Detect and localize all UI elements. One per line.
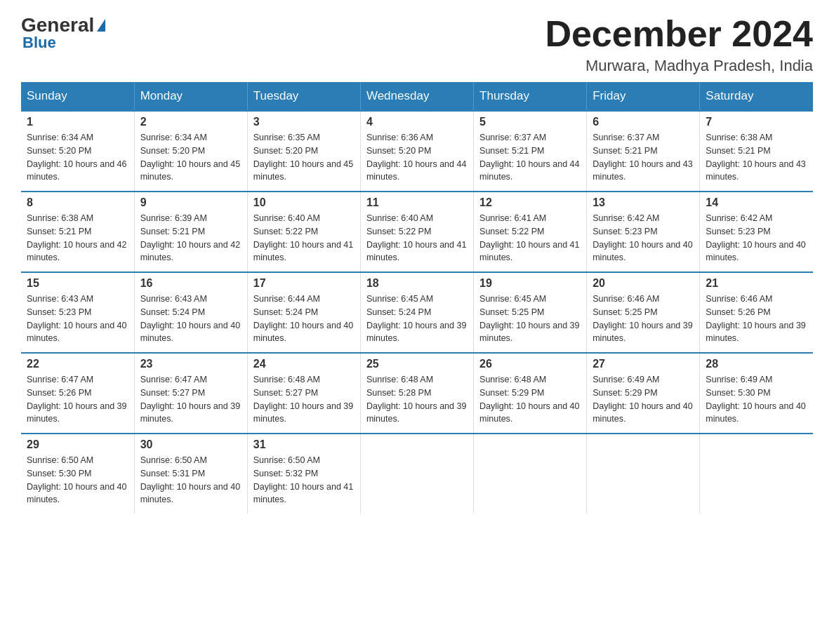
day-of-week-header: Monday	[134, 82, 247, 111]
day-number: 5	[479, 116, 581, 128]
day-info: Sunrise: 6:40 AMSunset: 5:22 PMDaylight:…	[253, 212, 355, 264]
day-info: Sunrise: 6:38 AMSunset: 5:21 PMDaylight:…	[27, 212, 128, 264]
logo-triangle-icon	[97, 19, 105, 32]
day-info: Sunrise: 6:36 AMSunset: 5:20 PMDaylight:…	[366, 131, 468, 184]
day-number: 10	[253, 196, 355, 209]
day-number: 8	[27, 196, 128, 209]
title-area: December 2024 Murwara, Madhya Pradesh, I…	[545, 14, 813, 75]
day-info: Sunrise: 6:50 AMSunset: 5:30 PMDaylight:…	[27, 454, 128, 507]
calendar-cell: 22Sunrise: 6:47 AMSunset: 5:26 PMDayligh…	[21, 353, 134, 434]
calendar-cell: 13Sunrise: 6:42 AMSunset: 5:23 PMDayligh…	[587, 192, 700, 272]
day-of-week-header: Saturday	[700, 82, 813, 111]
day-info: Sunrise: 6:49 AMSunset: 5:30 PMDaylight:…	[706, 373, 807, 426]
day-number: 24	[253, 358, 355, 370]
calendar-cell: 8Sunrise: 6:38 AMSunset: 5:21 PMDaylight…	[21, 192, 134, 272]
day-info: Sunrise: 6:47 AMSunset: 5:26 PMDaylight:…	[27, 373, 128, 426]
day-number: 4	[366, 116, 468, 128]
day-number: 11	[366, 196, 468, 209]
calendar-header: SundayMondayTuesdayWednesdayThursdayFrid…	[21, 82, 813, 111]
day-number: 16	[140, 277, 241, 290]
calendar-cell	[700, 434, 813, 514]
month-title: December 2024	[545, 14, 813, 54]
day-number: 20	[593, 277, 694, 290]
day-number: 21	[706, 277, 807, 290]
day-info: Sunrise: 6:50 AMSunset: 5:31 PMDaylight:…	[140, 454, 241, 507]
day-info: Sunrise: 6:49 AMSunset: 5:29 PMDaylight:…	[593, 373, 694, 426]
day-info: Sunrise: 6:46 AMSunset: 5:26 PMDaylight:…	[706, 293, 807, 345]
day-number: 18	[366, 277, 468, 290]
calendar-cell: 28Sunrise: 6:49 AMSunset: 5:30 PMDayligh…	[700, 353, 813, 434]
day-number: 13	[593, 196, 694, 209]
calendar-cell: 14Sunrise: 6:42 AMSunset: 5:23 PMDayligh…	[700, 192, 813, 272]
calendar-cell: 1Sunrise: 6:34 AMSunset: 5:20 PMDaylight…	[21, 111, 134, 192]
day-info: Sunrise: 6:50 AMSunset: 5:32 PMDaylight:…	[253, 454, 355, 507]
day-number: 29	[27, 438, 128, 451]
day-info: Sunrise: 6:35 AMSunset: 5:20 PMDaylight:…	[253, 131, 355, 184]
week-row: 1Sunrise: 6:34 AMSunset: 5:20 PMDaylight…	[21, 111, 813, 192]
calendar-cell: 21Sunrise: 6:46 AMSunset: 5:26 PMDayligh…	[700, 272, 813, 353]
calendar-cell: 4Sunrise: 6:36 AMSunset: 5:20 PMDaylight…	[360, 111, 473, 192]
calendar-cell: 2Sunrise: 6:34 AMSunset: 5:20 PMDaylight…	[134, 111, 247, 192]
day-info: Sunrise: 6:43 AMSunset: 5:23 PMDaylight:…	[27, 293, 128, 345]
calendar-cell: 12Sunrise: 6:41 AMSunset: 5:22 PMDayligh…	[474, 192, 587, 272]
calendar-cell: 16Sunrise: 6:43 AMSunset: 5:24 PMDayligh…	[134, 272, 247, 353]
calendar-cell: 9Sunrise: 6:39 AMSunset: 5:21 PMDaylight…	[134, 192, 247, 272]
day-number: 2	[140, 116, 241, 128]
day-info: Sunrise: 6:39 AMSunset: 5:21 PMDaylight:…	[140, 212, 241, 264]
day-info: Sunrise: 6:34 AMSunset: 5:20 PMDaylight:…	[140, 131, 241, 184]
day-number: 17	[253, 277, 355, 290]
day-number: 19	[479, 277, 581, 290]
day-info: Sunrise: 6:44 AMSunset: 5:24 PMDaylight:…	[253, 293, 355, 345]
calendar-cell: 31Sunrise: 6:50 AMSunset: 5:32 PMDayligh…	[247, 434, 360, 514]
calendar-cell: 24Sunrise: 6:48 AMSunset: 5:27 PMDayligh…	[247, 353, 360, 434]
calendar-cell: 10Sunrise: 6:40 AMSunset: 5:22 PMDayligh…	[247, 192, 360, 272]
day-number: 12	[479, 196, 581, 209]
day-number: 30	[140, 438, 241, 451]
day-info: Sunrise: 6:47 AMSunset: 5:27 PMDaylight:…	[140, 373, 241, 426]
day-number: 27	[593, 358, 694, 370]
calendar-body: 1Sunrise: 6:34 AMSunset: 5:20 PMDaylight…	[21, 111, 813, 514]
day-info: Sunrise: 6:48 AMSunset: 5:28 PMDaylight:…	[366, 373, 468, 426]
calendar-cell: 5Sunrise: 6:37 AMSunset: 5:21 PMDaylight…	[474, 111, 587, 192]
day-number: 25	[366, 358, 468, 370]
day-info: Sunrise: 6:42 AMSunset: 5:23 PMDaylight:…	[593, 212, 694, 264]
day-info: Sunrise: 6:38 AMSunset: 5:21 PMDaylight:…	[706, 131, 807, 184]
calendar-cell: 7Sunrise: 6:38 AMSunset: 5:21 PMDaylight…	[700, 111, 813, 192]
calendar-cell: 30Sunrise: 6:50 AMSunset: 5:31 PMDayligh…	[134, 434, 247, 514]
day-number: 22	[27, 358, 128, 370]
week-row: 8Sunrise: 6:38 AMSunset: 5:21 PMDaylight…	[21, 192, 813, 272]
week-row: 29Sunrise: 6:50 AMSunset: 5:30 PMDayligh…	[21, 434, 813, 514]
day-number: 7	[706, 116, 807, 128]
day-info: Sunrise: 6:48 AMSunset: 5:29 PMDaylight:…	[479, 373, 581, 426]
day-number: 23	[140, 358, 241, 370]
day-number: 14	[706, 196, 807, 209]
calendar-cell: 27Sunrise: 6:49 AMSunset: 5:29 PMDayligh…	[587, 353, 700, 434]
day-info: Sunrise: 6:34 AMSunset: 5:20 PMDaylight:…	[27, 131, 128, 184]
calendar-cell: 11Sunrise: 6:40 AMSunset: 5:22 PMDayligh…	[360, 192, 473, 272]
page-header: General Blue December 2024 Murwara, Madh…	[21, 14, 813, 75]
day-number: 3	[253, 116, 355, 128]
day-of-week-header: Sunday	[21, 82, 134, 111]
calendar-cell: 6Sunrise: 6:37 AMSunset: 5:21 PMDaylight…	[587, 111, 700, 192]
day-number: 9	[140, 196, 241, 209]
week-row: 22Sunrise: 6:47 AMSunset: 5:26 PMDayligh…	[21, 353, 813, 434]
day-of-week-header: Tuesday	[247, 82, 360, 111]
calendar-cell: 23Sunrise: 6:47 AMSunset: 5:27 PMDayligh…	[134, 353, 247, 434]
day-info: Sunrise: 6:46 AMSunset: 5:25 PMDaylight:…	[593, 293, 694, 345]
days-of-week-row: SundayMondayTuesdayWednesdayThursdayFrid…	[21, 82, 813, 111]
location-title: Murwara, Madhya Pradesh, India	[545, 57, 813, 75]
calendar-cell	[474, 434, 587, 514]
calendar-cell: 17Sunrise: 6:44 AMSunset: 5:24 PMDayligh…	[247, 272, 360, 353]
day-info: Sunrise: 6:45 AMSunset: 5:25 PMDaylight:…	[479, 293, 581, 345]
day-of-week-header: Wednesday	[360, 82, 473, 111]
day-info: Sunrise: 6:40 AMSunset: 5:22 PMDaylight:…	[366, 212, 468, 264]
day-of-week-header: Thursday	[474, 82, 587, 111]
day-info: Sunrise: 6:41 AMSunset: 5:22 PMDaylight:…	[479, 212, 581, 264]
calendar-cell: 18Sunrise: 6:45 AMSunset: 5:24 PMDayligh…	[360, 272, 473, 353]
day-of-week-header: Friday	[587, 82, 700, 111]
calendar-cell: 25Sunrise: 6:48 AMSunset: 5:28 PMDayligh…	[360, 353, 473, 434]
day-info: Sunrise: 6:43 AMSunset: 5:24 PMDaylight:…	[140, 293, 241, 345]
calendar-cell: 15Sunrise: 6:43 AMSunset: 5:23 PMDayligh…	[21, 272, 134, 353]
day-number: 31	[253, 438, 355, 451]
calendar-cell: 19Sunrise: 6:45 AMSunset: 5:25 PMDayligh…	[474, 272, 587, 353]
